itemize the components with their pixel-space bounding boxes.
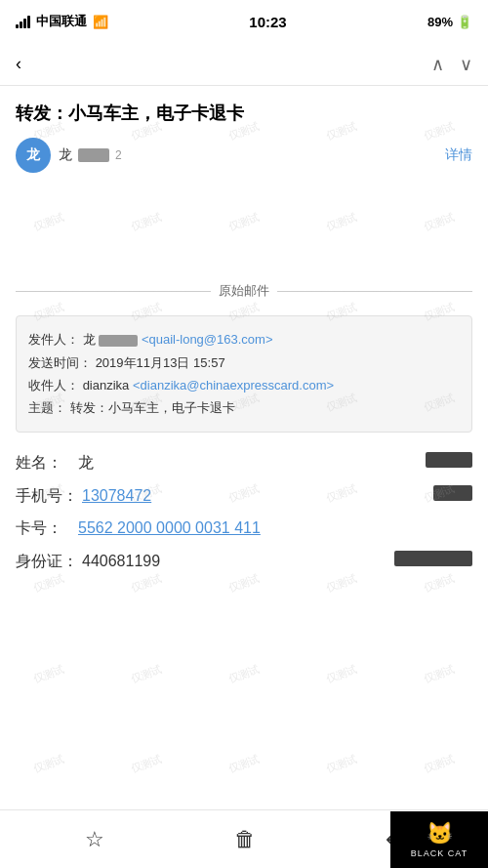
signal-icon: [16, 16, 30, 28]
card-row: 卡号： 5562 2000 0000 0031 411: [16, 518, 472, 539]
sender-details: 龙 2: [59, 146, 122, 164]
star-button[interactable]: ☆: [69, 819, 120, 860]
phone-value[interactable]: 13078472: [82, 487, 433, 505]
to-email[interactable]: <dianzika@chinaexpresscard.com>: [133, 378, 334, 393]
battery-icon: 🔋: [457, 15, 472, 29]
name-row: 姓名： 龙: [16, 452, 472, 474]
original-email-box: 发件人： 龙 <quail-long@163.com> 发送时间： 2019年1…: [16, 315, 472, 433]
from-name-redacted: [99, 335, 138, 347]
card-value[interactable]: 5562 2000 0000 0031 411: [78, 519, 472, 537]
carrier-label: 中国联通: [36, 13, 87, 30]
phone-row: 手机号： 13078472: [16, 485, 472, 507]
divider-line-left: [16, 291, 211, 292]
battery-percentage: 89%: [427, 15, 453, 29]
divider-line-right: [277, 291, 472, 292]
email-content: 转发：小马车主，电子卡退卡 龙 龙 2 详情 原始邮件 发件人： 龙 <qua: [0, 86, 488, 809]
sent-time: 2019年11月13日 15:57: [96, 355, 225, 370]
back-button[interactable]: ‹: [16, 54, 21, 74]
subject-value: 转发：小马车主，电子卡退卡: [70, 400, 235, 415]
to-label: 收件人：: [28, 378, 79, 393]
status-bar: 中国联通 📶 10:23 89% 🔋: [0, 0, 488, 43]
phone-redacted: [433, 485, 472, 501]
to-name: dianzika: [83, 378, 130, 393]
to-field: 收件人： dianzika <dianzika@chinaexpresscard…: [28, 374, 460, 396]
sender-count: 2: [115, 148, 122, 162]
wifi-icon: 📶: [93, 15, 108, 29]
name-redacted: [426, 452, 472, 468]
id-label: 身份证：: [16, 552, 78, 572]
sender-row: 龙 龙 2 详情: [16, 138, 472, 173]
carrier-info: 中国联通 📶: [16, 13, 108, 30]
nav-arrows: ∧ ∨: [431, 54, 472, 75]
battery-info: 89% 🔋: [427, 15, 472, 29]
clock: 10:23: [249, 14, 286, 30]
id-value: 440681199: [82, 553, 394, 570]
from-field: 发件人： 龙 <quail-long@163.com>: [28, 328, 460, 351]
sent-label: 发送时间：: [28, 355, 92, 370]
personal-info-section: 姓名： 龙 手机号： 13078472 卡号： 5562 2000 0000 0…: [16, 452, 472, 572]
sent-field: 发送时间： 2019年11月13日 15:57: [28, 351, 460, 374]
nav-up-button[interactable]: ∧: [431, 54, 444, 75]
detail-link[interactable]: 详情: [445, 146, 472, 164]
subject-field: 主题： 转发：小马车主，电子卡退卡: [28, 396, 460, 419]
avatar: 龙: [16, 138, 51, 173]
email-body: [16, 188, 472, 267]
divider-label: 原始邮件: [219, 282, 269, 300]
delete-button[interactable]: 🗑: [219, 819, 271, 860]
name-label: 姓名：: [16, 453, 74, 474]
sender-info: 龙 龙 2: [16, 138, 122, 173]
subject-label: 主题：: [28, 400, 66, 415]
from-email[interactable]: <quail-long@163.com>: [142, 332, 273, 347]
phone-label: 手机号：: [16, 486, 78, 507]
black-cat-text: BLACK CAT: [411, 848, 468, 858]
bottom-toolbar: ☆ 🗑 ↩ 🐱 BLACK CAT: [0, 809, 488, 868]
nav-bar: ‹ ∧ ∨: [0, 43, 488, 86]
email-subject: 转发：小马车主，电子卡退卡: [16, 102, 472, 126]
black-cat-icon: 🐱: [427, 821, 453, 847]
from-name: 龙: [83, 332, 96, 347]
sender-name: 龙: [59, 146, 72, 164]
nav-down-button[interactable]: ∨: [460, 54, 472, 75]
card-label: 卡号：: [16, 518, 74, 539]
sender-name-redacted: [78, 148, 109, 162]
id-row: 身份证： 440681199: [16, 551, 472, 572]
black-cat-badge: 🐱 BLACK CAT: [390, 811, 488, 868]
from-label: 发件人：: [28, 332, 79, 347]
name-value: 龙: [78, 453, 426, 474]
id-redacted: [394, 551, 472, 566]
original-divider: 原始邮件: [16, 282, 472, 300]
